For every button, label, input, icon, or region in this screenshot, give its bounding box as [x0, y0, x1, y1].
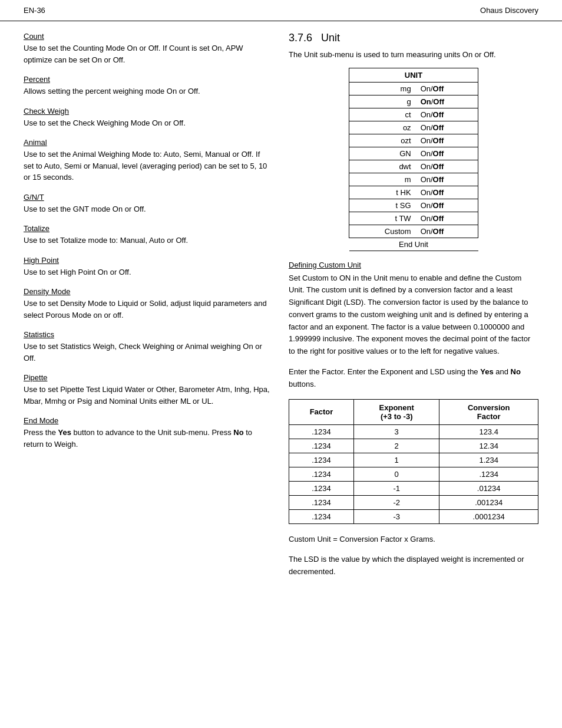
- unit-value: On/Off: [416, 225, 478, 238]
- unit-table-row: End Unit: [349, 238, 478, 251]
- factor-cell-conversion: .001234: [439, 495, 538, 509]
- unit-table-row: mgOn/Off: [349, 82, 478, 95]
- unit-label: oz: [349, 121, 416, 134]
- section-density-mode-text: Use to set Density Mode to Liquid or Sol…: [24, 298, 271, 321]
- factor-cell-exponent: 2: [354, 439, 439, 453]
- section-gnt: G/N/T Use to set the GNT mode On or Off.: [24, 193, 271, 215]
- section-percent-text: Allows setting the percent weighing mode…: [24, 85, 271, 97]
- end-mode-yes-bold: Yes: [58, 428, 71, 437]
- unit-table-row: GNOn/Off: [349, 147, 478, 160]
- section-pipette: Pipette Use to set Pipette Test Liquid W…: [24, 373, 271, 407]
- unit-table-row: t HKOn/Off: [349, 186, 478, 199]
- factor-table-row: .123411.234: [289, 453, 538, 467]
- unit-label: t HK: [349, 186, 416, 199]
- section-check-weigh: Check Weigh Use to set the Check Weighin…: [24, 107, 271, 129]
- factor-table-row: .12340.1234: [289, 467, 538, 481]
- section-end-mode-text: Press the Yes button to advance to the U…: [24, 427, 271, 450]
- factor-cell-factor: .1234: [289, 481, 354, 495]
- factor-cell-exponent: -1: [354, 481, 439, 495]
- factor-cell-factor: .1234: [289, 509, 354, 523]
- factor-cell-exponent: 1: [354, 453, 439, 467]
- section-percent: Percent Allows setting the percent weigh…: [24, 75, 271, 97]
- factor-cell-factor: .1234: [289, 453, 354, 467]
- unit-value: On/Off: [416, 82, 478, 95]
- section-animal-text: Use to set the Animal Weighing Mode to: …: [24, 149, 271, 183]
- unit-value: On/Off: [416, 186, 478, 199]
- unit-label: m: [349, 173, 416, 186]
- unit-table-row: oztOn/Off: [349, 134, 478, 147]
- unit-table-header: UNIT: [349, 68, 478, 82]
- custom-section-title: Defining Custom Unit: [289, 261, 538, 269]
- unit-label: g: [349, 95, 416, 108]
- factor-cell-exponent: 0: [354, 467, 439, 481]
- unit-label: Custom: [349, 225, 416, 238]
- unit-table-wrapper: UNIT mgOn/OffgOn/OffctOn/OffozOn/OffoztO…: [289, 68, 538, 251]
- unit-table-row: mOn/Off: [349, 173, 478, 186]
- factor-cell-exponent: -2: [354, 495, 439, 509]
- factor-cell-conversion: 12.34: [439, 439, 538, 453]
- factor-table-row: .1234-3.0001234: [289, 509, 538, 523]
- factor-table-row: .1234-2.001234: [289, 495, 538, 509]
- section-heading: 3.7.6 Unit: [289, 32, 538, 44]
- factor-table-row: .1234-1.01234: [289, 481, 538, 495]
- section-animal-title: Animal: [24, 138, 47, 147]
- section-count-text: Use to set the Counting Mode On or Off. …: [24, 42, 271, 65]
- custom-para-1: Set Custom to ON in the Unit menu to ena…: [289, 272, 538, 358]
- factor-cell-exponent: 3: [354, 424, 439, 439]
- section-statistics: Statistics Use to set Statistics Weigh, …: [24, 330, 271, 364]
- section-totalize-title: Totalize: [24, 224, 49, 233]
- unit-value: On/Off: [416, 147, 478, 160]
- section-end-mode-title: End Mode: [24, 416, 58, 425]
- factor-cell-conversion: 1.234: [439, 453, 538, 467]
- section-high-point: High Point Use to set High Point On or O…: [24, 256, 271, 278]
- factor-cell-factor: .1234: [289, 495, 354, 509]
- no-bold: No: [511, 367, 521, 376]
- factor-table-row: .1234212.34: [289, 439, 538, 453]
- factor-cell-conversion: 123.4: [439, 424, 538, 439]
- unit-value: On/Off: [416, 160, 478, 173]
- conversion-col-header: ConversionFactor: [439, 399, 538, 424]
- section-statistics-text: Use to set Statistics Weigh, Check Weigh…: [24, 341, 271, 364]
- end-mode-no-bold: No: [233, 428, 243, 437]
- unit-table-end-unit: End Unit: [349, 238, 478, 251]
- unit-table-row: dwtOn/Off: [349, 160, 478, 173]
- unit-table-row: ozOn/Off: [349, 121, 478, 134]
- unit-table: UNIT mgOn/OffgOn/OffctOn/OffozOn/OffoztO…: [349, 68, 478, 251]
- yes-bold: Yes: [480, 367, 493, 376]
- unit-value: On/Off: [416, 121, 478, 134]
- section-statistics-title: Statistics: [24, 330, 54, 339]
- unit-table-row: t TWOn/Off: [349, 212, 478, 225]
- unit-label: t TW: [349, 212, 416, 225]
- unit-value: On/Off: [416, 108, 478, 121]
- factor-table: Factor Exponent(+3 to -3) ConversionFact…: [289, 399, 538, 524]
- unit-label: ct: [349, 108, 416, 121]
- section-density-mode: Density Mode Use to set Density Mode to …: [24, 287, 271, 321]
- custom-unit-formula: Custom Unit = Conversion Factor x Grams.: [289, 533, 538, 546]
- unit-label: dwt: [349, 160, 416, 173]
- section-totalize-text: Use to set Totalize mode to: Manual, Aut…: [24, 235, 271, 246]
- section-check-weigh-text: Use to set the Check Weighing Mode On or…: [24, 117, 271, 129]
- factor-cell-factor: .1234: [289, 467, 354, 481]
- unit-label: ozt: [349, 134, 416, 147]
- factor-col-header: Factor: [289, 399, 354, 424]
- left-column: Count Use to set the Counting Mode On or…: [24, 32, 271, 587]
- factor-cell-conversion: .01234: [439, 481, 538, 495]
- lsd-description: The LSD is the value by which the displa…: [289, 554, 538, 578]
- unit-value: On/Off: [416, 95, 478, 108]
- section-percent-title: Percent: [24, 75, 50, 84]
- exponent-col-header: Exponent(+3 to -3): [354, 399, 439, 424]
- section-gnt-title: G/N/T: [24, 193, 44, 202]
- unit-label: GN: [349, 147, 416, 160]
- factor-table-row: .12343123.4: [289, 424, 538, 439]
- section-animal: Animal Use to set the Animal Weighing Mo…: [24, 138, 271, 183]
- section-count-title: Count: [24, 32, 44, 41]
- unit-value: On/Off: [416, 173, 478, 186]
- unit-label: t SG: [349, 199, 416, 212]
- unit-table-row: gOn/Off: [349, 95, 478, 108]
- right-column: 3.7.6 Unit The Unit sub-menu is used to …: [289, 32, 538, 587]
- section-check-weigh-title: Check Weigh: [24, 107, 69, 116]
- factor-cell-conversion: .1234: [439, 467, 538, 481]
- section-intro: The Unit sub-menu is used to turn measur…: [289, 49, 538, 61]
- factor-cell-factor: .1234: [289, 424, 354, 439]
- section-count: Count Use to set the Counting Mode On or…: [24, 32, 271, 65]
